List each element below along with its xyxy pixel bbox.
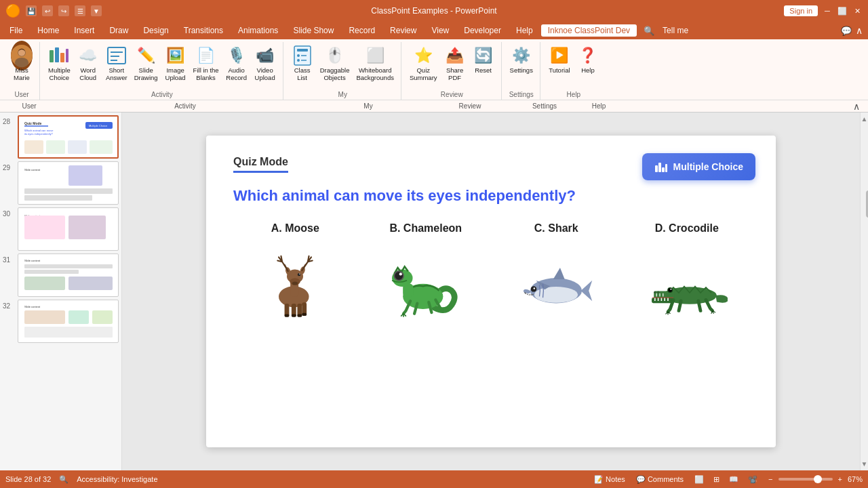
undo-icon[interactable]: ↩ <box>42 5 53 16</box>
title-bar-left: 🟠 💾 ↩ ↪ ☰ ▼ <box>5 3 102 18</box>
ribbon-btn-slidedrawing[interactable]: ✏️ SlideDrawing <box>132 43 161 83</box>
quizsummary-icon: ⭐ <box>412 45 434 66</box>
normal-view-btn[interactable]: ⬜ <box>692 475 707 484</box>
ribbon-btn-quizsummary[interactable]: ⭐ QuizSummary <box>407 43 440 83</box>
menu-slideshow[interactable]: Slide Show <box>286 24 340 37</box>
comments-button[interactable]: 💬 Comments <box>633 475 686 484</box>
powerpoint-icon: 🟠 <box>5 3 20 18</box>
close-icon[interactable]: ✕ <box>852 5 863 16</box>
restore-icon[interactable]: ⬜ <box>837 5 848 16</box>
svg-rect-49 <box>24 327 113 338</box>
svg-point-99 <box>657 291 659 293</box>
menu-insert[interactable]: Insert <box>67 24 101 37</box>
signin-button[interactable]: Sign in <box>784 5 818 16</box>
slide-thumb-32[interactable]: 32 Slide content <box>3 300 119 343</box>
help-label: Help <box>581 66 595 74</box>
slide-thumb-29[interactable]: 29 Slide content <box>3 161 119 205</box>
svg-rect-13 <box>297 49 308 52</box>
svg-text:Quiz Mode: Quiz Mode <box>24 121 41 125</box>
ribbon-btn-imageupload[interactable]: 🖼️ ImageUpload <box>162 43 189 83</box>
presenter-view-btn[interactable]: 📽️ <box>745 475 760 484</box>
menu-view[interactable]: View <box>425 24 456 37</box>
section-user: User <box>5 102 53 110</box>
slide-preview-30[interactable]: Slide content <box>18 207 119 251</box>
ribbon-btn-help[interactable]: ❓ Help <box>574 43 601 75</box>
menu-review[interactable]: Review <box>383 24 423 37</box>
status-right: 📝 Notes 💬 Comments ⬜ ⊞ 📖 📽️ − + 67% <box>591 475 863 484</box>
menu-tellme[interactable]: Tell me <box>656 24 695 37</box>
svg-rect-68 <box>292 314 296 317</box>
svg-point-80 <box>534 287 536 289</box>
svg-rect-31 <box>68 165 102 186</box>
ribbon-btn-tutorial[interactable]: ▶️ Tutorial <box>546 43 573 75</box>
quick-access-icon[interactable]: ▼ <box>91 5 102 16</box>
slide-preview-29[interactable]: Slide content <box>18 161 119 205</box>
svg-point-96 <box>668 288 672 292</box>
view-controls: ⬜ ⊞ 📖 📽️ <box>692 475 760 484</box>
svg-rect-43 <box>68 277 113 290</box>
multiple-choice-btn-icon <box>654 160 668 174</box>
menu-transitions[interactable]: Transitions <box>177 24 230 37</box>
slide-sorter-btn[interactable]: ⊞ <box>711 475 722 484</box>
ribbon-btn-wordcloud[interactable]: ☁️ WordCloud <box>75 43 102 83</box>
svg-rect-25 <box>24 140 43 154</box>
menu-record[interactable]: Record <box>342 24 382 37</box>
menu-developer[interactable]: Developer <box>457 24 508 37</box>
reading-view-btn[interactable]: 📖 <box>726 475 741 484</box>
slide-number-28: 28 <box>3 115 15 125</box>
ribbon-btn-videoupload[interactable]: 📹 VideoUpload <box>252 43 279 83</box>
ribbon-btn-multiplechoice[interactable]: MultipleChoice <box>45 43 73 83</box>
multiple-choice-button[interactable]: Multiple Choice <box>642 153 755 180</box>
notes-button[interactable]: 📝 Notes <box>591 475 628 484</box>
ribbon-btn-audiorecord[interactable]: 🎙️ AudioRecord <box>223 43 250 83</box>
status-left: Slide 28 of 32 🔍 Accessibility: Investig… <box>5 475 158 484</box>
svg-point-78 <box>534 287 578 303</box>
zoom-out-btn[interactable]: − <box>766 475 775 483</box>
min-icon[interactable]: ─ <box>822 5 833 16</box>
ribbon-btn-shortanswer[interactable]: ShortAnswer <box>103 43 130 83</box>
comments-icon[interactable]: 💬 <box>841 26 852 36</box>
slide-preview-32[interactable]: Slide content <box>18 300 119 343</box>
menu-animations[interactable]: Animations <box>231 24 285 37</box>
zoom-slider[interactable] <box>778 478 833 481</box>
ribbon-btn-fillblanks[interactable]: 📄 Fill in theBlanks <box>191 43 222 83</box>
svg-rect-46 <box>24 310 65 324</box>
ribbon-btn-settings[interactable]: ⚙️ Settings <box>507 43 536 75</box>
zoom-thumb[interactable] <box>814 475 822 483</box>
imageupload-icon: 🖼️ <box>165 45 186 66</box>
ribbon-btn-reset[interactable]: 🔄 Reset <box>470 43 497 75</box>
accessibility-icon: 🔍 <box>59 475 68 484</box>
customize-icon[interactable]: ☰ <box>75 5 85 16</box>
slide-panel: 28 Quiz Mode Which animal can move its e… <box>0 113 122 470</box>
menu-file[interactable]: File <box>3 24 29 37</box>
menu-help[interactable]: Help <box>509 24 540 37</box>
svg-line-81 <box>526 293 527 296</box>
slide-preview-31[interactable]: Slide content <box>18 253 119 297</box>
right-scrollbar[interactable]: ▲ ▼ <box>860 113 868 470</box>
ribbon-collapse-btn[interactable]: ∧ <box>853 25 865 36</box>
slide-thumb-30[interactable]: 30 Slide content <box>3 207 119 251</box>
ribbon: MissMarie User MultipleChoice ☁️ <box>0 39 868 100</box>
ribbon-btn-sharepdf[interactable]: 📤 SharePDF <box>441 43 469 83</box>
menu-classpoint[interactable]: Inknoe ClassPoint Dev <box>541 24 637 37</box>
ribbon-btn-draggable[interactable]: 🖱️ DraggableObjects <box>317 43 353 83</box>
slide-thumb-28[interactable]: 28 Quiz Mode Which animal can move its e… <box>3 115 119 159</box>
redo-icon[interactable]: ↪ <box>58 5 69 16</box>
svg-point-60 <box>299 273 300 274</box>
svg-rect-4 <box>50 50 54 62</box>
zoom-in-btn[interactable]: + <box>835 475 845 483</box>
search-icon[interactable]: 🔍 <box>644 26 654 36</box>
svg-text:Multiple Choice: Multiple Choice <box>89 124 108 127</box>
ribbon-btn-user[interactable]: MissMarie <box>8 43 35 83</box>
menu-design[interactable]: Design <box>136 24 175 37</box>
slide-preview-28[interactable]: Quiz Mode Which animal can move its eyes… <box>18 115 119 159</box>
ribbon-collapse-button[interactable]: ∧ <box>850 101 863 112</box>
ribbon-btn-classlist[interactable]: ClassList <box>289 43 316 83</box>
menu-home[interactable]: Home <box>31 24 66 37</box>
draggable-icon: 🖱️ <box>324 45 346 66</box>
ribbon-group-user: MissMarie User <box>5 42 40 100</box>
slide-thumb-31[interactable]: 31 Slide content <box>3 253 119 297</box>
save-icon[interactable]: 💾 <box>26 5 37 16</box>
ribbon-btn-whiteboard[interactable]: ⬜ WhiteboardBackgrounds <box>353 43 396 83</box>
menu-draw[interactable]: Draw <box>102 24 135 37</box>
